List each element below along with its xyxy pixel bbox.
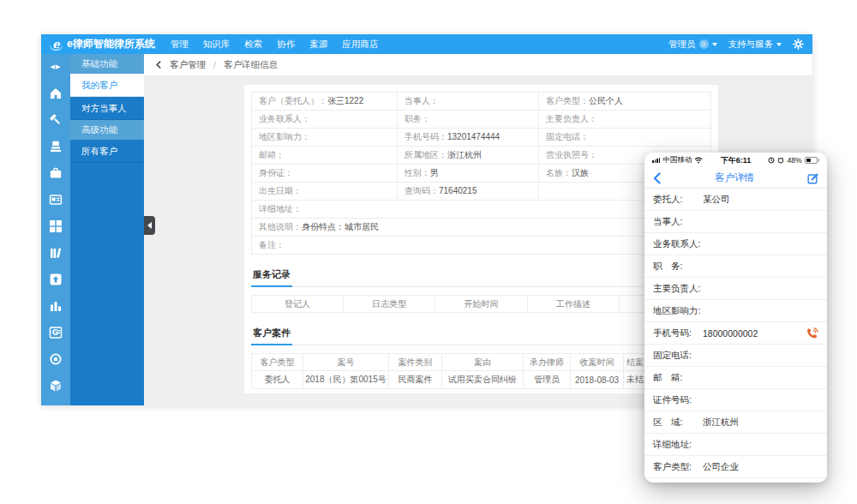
chevron-down-icon	[776, 43, 782, 46]
form-cell-remarks: 备注：	[252, 237, 711, 255]
form-cell: 客户类型：公民个人	[539, 93, 711, 111]
user-badge: 0	[699, 39, 709, 49]
field-label: 当事人:	[653, 216, 696, 228]
alarm-icon	[777, 157, 784, 164]
form-cell: 性别：男	[398, 165, 539, 183]
breadcrumb: 客户管理 / 客户详细信息	[144, 54, 812, 76]
battery-icon	[805, 157, 818, 164]
form-cell: 业务联系人：	[252, 111, 398, 129]
stamp-icon[interactable]	[49, 140, 63, 153]
field-label: 固定电话:	[653, 350, 696, 362]
nav-item-case-source[interactable]: 案源	[309, 39, 327, 51]
sidebar-item-all-clients[interactable]: 所有客户	[70, 140, 144, 163]
customer-cases-table: 客户类型 案号 案件类别 案由 承办律师 收案时间 结案 委托人 2018（民）…	[251, 353, 711, 389]
phone-field-row: 客户类型: 公司企业	[644, 456, 827, 478]
call-icon[interactable]	[806, 327, 818, 339]
collapse-arrows-icon[interactable]: ◀▶	[49, 60, 63, 74]
case-cell: 试用买卖合同纠纷	[442, 371, 524, 389]
breadcrumb-current: 客户详细信息	[224, 59, 278, 71]
sidebar-collapse-handle[interactable]	[144, 216, 155, 235]
status-time: 下午6:11	[705, 155, 765, 166]
column-header: 案由	[442, 354, 524, 371]
cube-icon[interactable]	[49, 379, 63, 393]
field-label: 手机号码:	[653, 327, 696, 339]
phone-back-icon[interactable]	[652, 172, 662, 184]
document-g-icon[interactable]: G	[49, 326, 63, 339]
form-cell: 主要负责人：	[539, 111, 711, 129]
support-label: 支持与服务	[728, 39, 774, 51]
nav-item-knowledge-base[interactable]: 知识库	[203, 39, 231, 51]
column-header: 工作描述	[527, 296, 619, 313]
sidebar-section-basic: 基础功能	[70, 54, 144, 74]
breadcrumb-separator: /	[213, 60, 216, 70]
column-header: 登记人	[252, 296, 344, 313]
field-label: 区 域:	[653, 417, 696, 429]
icon-rail: ◀▶	[41, 54, 70, 405]
column-header: 开始时间	[435, 296, 527, 313]
phone-nav-bar: 客户详情	[644, 168, 827, 189]
mobile-preview: 中国移动 下午6:11 48% 客户详情	[644, 153, 827, 483]
service-records-table: 登记人 日志类型 开始时间 工作描述 公开状态	[251, 295, 711, 313]
user-name: 管理员	[668, 39, 696, 51]
column-header: 案件类别	[389, 354, 442, 371]
field-label: 客户类型:	[653, 461, 696, 473]
form-cell: 所属地区：浙江杭州	[398, 147, 539, 165]
library-icon[interactable]	[49, 246, 63, 260]
form-cell: 查询码：71640215	[398, 183, 539, 201]
phone-field-row-mobile: 手机号码: 18000000002	[644, 322, 827, 345]
field-value: 某公司	[703, 194, 730, 206]
case-cell: 管理员	[524, 371, 571, 389]
column-header: 案号	[303, 354, 389, 371]
signal-bars-icon	[652, 158, 660, 164]
case-cell: 民商案件	[389, 371, 442, 389]
form-cell: 职务：	[398, 111, 539, 129]
support-menu[interactable]: 支持与服务	[728, 39, 782, 51]
sidebar-item-my-clients[interactable]: 我的客户	[70, 74, 144, 97]
settings-button[interactable]	[793, 39, 804, 50]
archive-upload-icon[interactable]	[49, 273, 63, 286]
table-row[interactable]: 委托人 2018（民）第0015号 民商案件 试用买卖合同纠纷 管理员 2018…	[252, 371, 711, 389]
phone-field-row: 区 域: 浙江杭州	[644, 411, 827, 434]
field-label: 主要负责人:	[653, 283, 700, 295]
sidebar-item-opposing-party[interactable]: 对方当事人	[70, 97, 144, 120]
form-cell: 出生日期：	[252, 183, 398, 201]
field-label: 地区影响力:	[653, 305, 700, 317]
wifi-icon	[694, 157, 703, 164]
collapse-left-icon	[147, 222, 152, 229]
seal-icon[interactable]	[49, 352, 63, 366]
phone-field-row: 业务联系人:	[644, 233, 827, 255]
nav-item-collaboration[interactable]: 协作	[277, 39, 295, 51]
grid-icon[interactable]	[49, 219, 63, 233]
nav-item-search[interactable]: 检索	[244, 39, 262, 51]
breadcrumb-parent[interactable]: 客户管理	[170, 59, 206, 71]
customer-detail-form: 客户（委托人）：张三1222 当事人： 客户类型：公民个人 业务联系人： 职务：…	[251, 92, 711, 255]
phone-field-row: 地区影响力:	[644, 300, 827, 322]
id-card-icon[interactable]	[49, 193, 63, 207]
gavel-icon[interactable]	[49, 113, 63, 127]
field-label: 委托人:	[653, 194, 696, 206]
service-records-section: 服务记录	[251, 266, 711, 287]
phone-field-row: 证件号码:	[644, 389, 827, 411]
phone-field-row: 职 务:	[644, 255, 827, 278]
form-cell: 当事人：	[398, 93, 539, 111]
edit-icon[interactable]	[807, 172, 819, 184]
nav-item-app-store[interactable]: 应用商店	[342, 39, 378, 51]
field-label: 邮 箱:	[653, 372, 696, 384]
customer-cases-section: 客户案件	[251, 324, 711, 345]
form-cell: 固定电话：	[539, 129, 711, 147]
svg-text:G: G	[52, 328, 58, 337]
screenshot-stage: e e律师智能律所系统 管理 知识库 检索 协作 案源 应用商店 管理员 0 支…	[0, 0, 857, 504]
carrier-label: 中国移动	[662, 155, 692, 165]
bar-chart-icon[interactable]	[49, 299, 63, 313]
case-cell: 2018（民）第0015号	[303, 371, 389, 389]
phone-field-row: 当事人:	[644, 211, 827, 233]
home-icon[interactable]	[49, 87, 63, 100]
phone-field-row: 委托人: 某公司	[644, 189, 827, 211]
phone-field-row: 固定电话:	[644, 345, 827, 367]
form-cell: 客户（委托人）：张三1222	[252, 93, 398, 111]
nav-item-manage[interactable]: 管理	[171, 39, 189, 51]
user-menu[interactable]: 管理员 0	[668, 39, 717, 51]
back-chevron-icon[interactable]	[155, 60, 162, 69]
phone-status-bar: 中国移动 下午6:11 48%	[644, 153, 827, 168]
briefcase-icon[interactable]	[49, 166, 63, 180]
